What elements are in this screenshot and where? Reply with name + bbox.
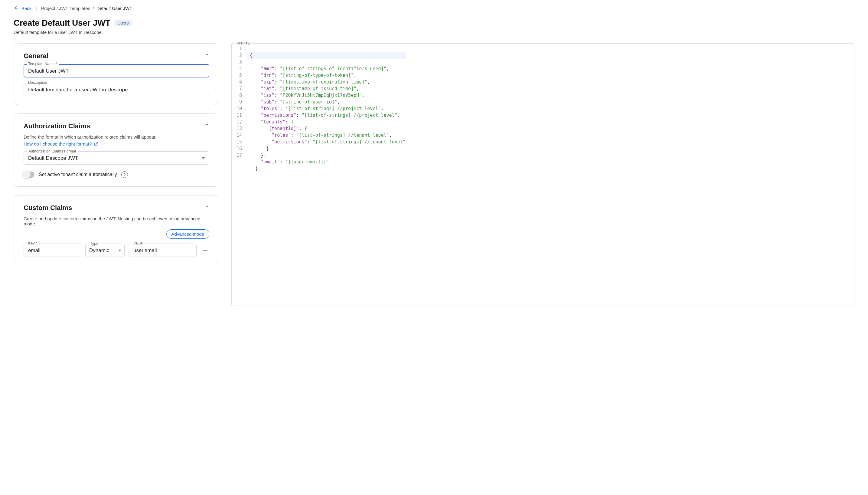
description-label: Description xyxy=(26,81,49,85)
claim-type-select[interactable]: Type Dynamic xyxy=(85,243,125,257)
claim-key-label: Key * xyxy=(26,241,39,245)
code-gutter: 1234567891011121314151617 xyxy=(232,45,243,178)
authz-desc: Define the format in which authorization… xyxy=(23,134,209,139)
page-header: Create Default User JWT Users xyxy=(14,18,854,28)
general-title: General xyxy=(23,52,48,60)
chevron-up-icon[interactable] xyxy=(205,204,209,209)
active-tenant-toggle[interactable] xyxy=(23,172,34,177)
audience-badge: Users xyxy=(114,20,132,26)
claim-value-input[interactable] xyxy=(129,243,197,257)
description-input[interactable] xyxy=(23,83,209,96)
custom-claims-card: Custom Claims Create and update custom c… xyxy=(14,195,219,263)
code-content: { "amr": "[list-of-strings-of-identifier… xyxy=(247,45,409,178)
authz-format-label: Authorization Claims Format xyxy=(27,149,78,153)
code-editor[interactable]: 1234567891011121314151617 ⌄⌄⌄ { "amr": "… xyxy=(232,44,854,306)
breadcrumb: Project / JWT Templates / Default User J… xyxy=(41,6,132,11)
advanced-mode-button[interactable]: Advanced mode xyxy=(166,229,209,239)
crumb-project[interactable]: Project xyxy=(41,6,55,11)
page-subtitle: Default template for a user JWT in Desco… xyxy=(14,30,854,35)
claim-type-label: Type xyxy=(89,241,100,246)
claim-key-input[interactable] xyxy=(23,243,81,257)
remove-claim-button[interactable] xyxy=(201,250,209,251)
back-link[interactable]: Back xyxy=(14,5,32,11)
arrow-left-icon xyxy=(14,5,19,11)
minus-icon xyxy=(202,250,208,251)
page-title: Create Default User JWT xyxy=(14,18,110,28)
dropdown-icon xyxy=(118,250,121,252)
custom-desc: Create and update custom claims on the J… xyxy=(23,216,209,226)
crumb-current: Default User JWT xyxy=(96,6,132,11)
preview-label: Preview xyxy=(235,41,252,45)
authz-title: Authorization Claims xyxy=(23,122,90,130)
external-link-icon xyxy=(94,142,98,146)
top-bar: Back | Project / JWT Templates / Default… xyxy=(14,0,854,16)
claim-value-label: Value xyxy=(132,241,144,245)
crumb-section[interactable]: JWT Templates xyxy=(59,6,90,11)
authz-card: Authorization Claims Define the format i… xyxy=(14,114,219,187)
general-card: General Template Name * Description xyxy=(14,43,219,105)
chevron-up-icon[interactable] xyxy=(205,52,209,57)
custom-title: Custom Claims xyxy=(23,204,72,212)
template-name-input[interactable] xyxy=(23,64,209,78)
authz-help-text: How do I choose the right format? xyxy=(23,141,92,147)
authz-format-select[interactable]: Authorization Claims Format Default Desc… xyxy=(23,151,209,165)
chevron-up-icon[interactable] xyxy=(205,122,209,127)
help-icon[interactable]: ? xyxy=(121,171,128,178)
dropdown-icon xyxy=(202,157,205,159)
preview-panel: Preview 1234567891011121314151617 ⌄⌄⌄ { … xyxy=(231,43,854,306)
divider: | xyxy=(36,6,37,11)
active-tenant-label: Set active tenant claim automatically xyxy=(39,172,117,177)
template-name-label: Template Name * xyxy=(26,62,59,66)
authz-format-value: Default Descope JWT xyxy=(28,155,78,161)
authz-help-link[interactable]: How do I choose the right format? xyxy=(23,141,98,147)
claim-type-value: Dynamic xyxy=(89,248,109,254)
back-text: Back xyxy=(21,6,32,11)
fold-gutter: ⌄⌄⌄ xyxy=(243,45,247,178)
claim-row: Key * Type Dynamic Value xyxy=(23,243,209,257)
svg-line-1 xyxy=(96,142,98,144)
